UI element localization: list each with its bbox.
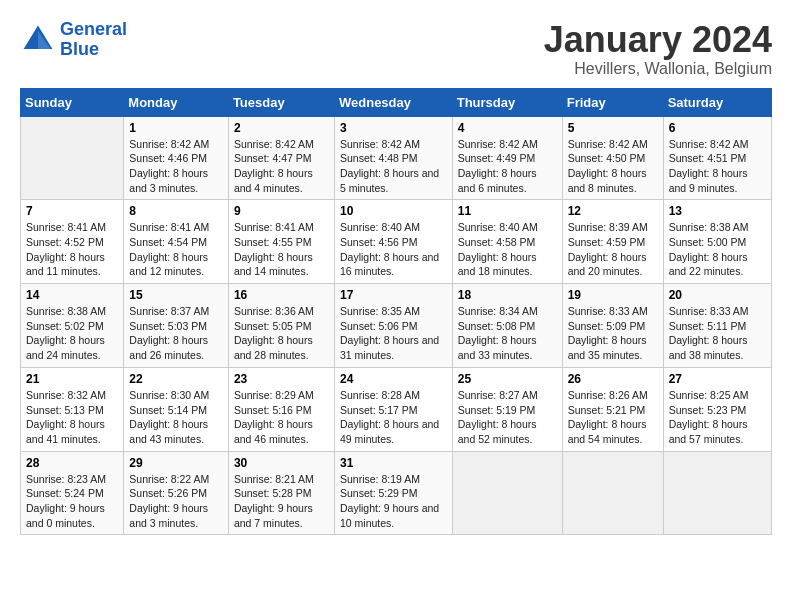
day-info: Sunrise: 8:34 AMSunset: 5:08 PMDaylight:…: [458, 304, 557, 363]
day-info: Sunrise: 8:35 AMSunset: 5:06 PMDaylight:…: [340, 304, 447, 363]
day-info: Sunrise: 8:25 AMSunset: 5:23 PMDaylight:…: [669, 388, 766, 447]
calendar-cell: 26Sunrise: 8:26 AMSunset: 5:21 PMDayligh…: [562, 367, 663, 451]
day-info: Sunrise: 8:41 AMSunset: 4:52 PMDaylight:…: [26, 220, 118, 279]
calendar-week-row: 1Sunrise: 8:42 AMSunset: 4:46 PMDaylight…: [21, 116, 772, 200]
calendar-cell: 23Sunrise: 8:29 AMSunset: 5:16 PMDayligh…: [228, 367, 334, 451]
calendar-cell: 22Sunrise: 8:30 AMSunset: 5:14 PMDayligh…: [124, 367, 229, 451]
weekday-header: Wednesday: [334, 88, 452, 116]
day-number: 11: [458, 204, 557, 218]
calendar-table: SundayMondayTuesdayWednesdayThursdayFrid…: [20, 88, 772, 536]
calendar-cell: 27Sunrise: 8:25 AMSunset: 5:23 PMDayligh…: [663, 367, 771, 451]
calendar-cell: 18Sunrise: 8:34 AMSunset: 5:08 PMDayligh…: [452, 284, 562, 368]
day-number: 26: [568, 372, 658, 386]
day-number: 3: [340, 121, 447, 135]
calendar-cell: [663, 451, 771, 535]
calendar-cell: 8Sunrise: 8:41 AMSunset: 4:54 PMDaylight…: [124, 200, 229, 284]
day-number: 18: [458, 288, 557, 302]
calendar-cell: 3Sunrise: 8:42 AMSunset: 4:48 PMDaylight…: [334, 116, 452, 200]
calendar-cell: [452, 451, 562, 535]
svg-marker-1: [38, 31, 51, 49]
calendar-cell: 31Sunrise: 8:19 AMSunset: 5:29 PMDayligh…: [334, 451, 452, 535]
calendar-cell: 14Sunrise: 8:38 AMSunset: 5:02 PMDayligh…: [21, 284, 124, 368]
day-number: 2: [234, 121, 329, 135]
day-info: Sunrise: 8:30 AMSunset: 5:14 PMDaylight:…: [129, 388, 223, 447]
calendar-cell: 13Sunrise: 8:38 AMSunset: 5:00 PMDayligh…: [663, 200, 771, 284]
logo: General Blue: [20, 20, 127, 60]
day-number: 12: [568, 204, 658, 218]
day-info: Sunrise: 8:39 AMSunset: 4:59 PMDaylight:…: [568, 220, 658, 279]
calendar-cell: 2Sunrise: 8:42 AMSunset: 4:47 PMDaylight…: [228, 116, 334, 200]
calendar-cell: 1Sunrise: 8:42 AMSunset: 4:46 PMDaylight…: [124, 116, 229, 200]
calendar-cell: 19Sunrise: 8:33 AMSunset: 5:09 PMDayligh…: [562, 284, 663, 368]
day-info: Sunrise: 8:42 AMSunset: 4:49 PMDaylight:…: [458, 137, 557, 196]
logo-icon: [20, 22, 56, 58]
calendar-cell: 25Sunrise: 8:27 AMSunset: 5:19 PMDayligh…: [452, 367, 562, 451]
weekday-header: Sunday: [21, 88, 124, 116]
calendar-cell: 12Sunrise: 8:39 AMSunset: 4:59 PMDayligh…: [562, 200, 663, 284]
calendar-week-row: 21Sunrise: 8:32 AMSunset: 5:13 PMDayligh…: [21, 367, 772, 451]
day-info: Sunrise: 8:28 AMSunset: 5:17 PMDaylight:…: [340, 388, 447, 447]
weekday-header: Friday: [562, 88, 663, 116]
weekday-header: Thursday: [452, 88, 562, 116]
day-number: 20: [669, 288, 766, 302]
location-subtitle: Hevillers, Wallonia, Belgium: [544, 60, 772, 78]
calendar-cell: 28Sunrise: 8:23 AMSunset: 5:24 PMDayligh…: [21, 451, 124, 535]
day-number: 14: [26, 288, 118, 302]
day-info: Sunrise: 8:40 AMSunset: 4:58 PMDaylight:…: [458, 220, 557, 279]
day-info: Sunrise: 8:33 AMSunset: 5:11 PMDaylight:…: [669, 304, 766, 363]
day-info: Sunrise: 8:42 AMSunset: 4:46 PMDaylight:…: [129, 137, 223, 196]
day-number: 9: [234, 204, 329, 218]
logo-line2: Blue: [60, 39, 99, 59]
weekday-header: Saturday: [663, 88, 771, 116]
calendar-week-row: 28Sunrise: 8:23 AMSunset: 5:24 PMDayligh…: [21, 451, 772, 535]
calendar-cell: 17Sunrise: 8:35 AMSunset: 5:06 PMDayligh…: [334, 284, 452, 368]
day-number: 28: [26, 456, 118, 470]
calendar-cell: 20Sunrise: 8:33 AMSunset: 5:11 PMDayligh…: [663, 284, 771, 368]
calendar-cell: 16Sunrise: 8:36 AMSunset: 5:05 PMDayligh…: [228, 284, 334, 368]
day-number: 17: [340, 288, 447, 302]
day-info: Sunrise: 8:36 AMSunset: 5:05 PMDaylight:…: [234, 304, 329, 363]
day-number: 13: [669, 204, 766, 218]
day-number: 6: [669, 121, 766, 135]
day-info: Sunrise: 8:37 AMSunset: 5:03 PMDaylight:…: [129, 304, 223, 363]
day-info: Sunrise: 8:40 AMSunset: 4:56 PMDaylight:…: [340, 220, 447, 279]
calendar-cell: 29Sunrise: 8:22 AMSunset: 5:26 PMDayligh…: [124, 451, 229, 535]
day-number: 29: [129, 456, 223, 470]
calendar-cell: 7Sunrise: 8:41 AMSunset: 4:52 PMDaylight…: [21, 200, 124, 284]
day-number: 15: [129, 288, 223, 302]
weekday-header: Tuesday: [228, 88, 334, 116]
day-info: Sunrise: 8:22 AMSunset: 5:26 PMDaylight:…: [129, 472, 223, 531]
logo-line1: General: [60, 19, 127, 39]
calendar-cell: [21, 116, 124, 200]
calendar-cell: 10Sunrise: 8:40 AMSunset: 4:56 PMDayligh…: [334, 200, 452, 284]
weekday-header: Monday: [124, 88, 229, 116]
calendar-cell: 21Sunrise: 8:32 AMSunset: 5:13 PMDayligh…: [21, 367, 124, 451]
day-number: 30: [234, 456, 329, 470]
day-number: 1: [129, 121, 223, 135]
month-title: January 2024: [544, 20, 772, 60]
calendar-cell: 9Sunrise: 8:41 AMSunset: 4:55 PMDaylight…: [228, 200, 334, 284]
day-info: Sunrise: 8:26 AMSunset: 5:21 PMDaylight:…: [568, 388, 658, 447]
calendar-cell: 6Sunrise: 8:42 AMSunset: 4:51 PMDaylight…: [663, 116, 771, 200]
calendar-cell: 24Sunrise: 8:28 AMSunset: 5:17 PMDayligh…: [334, 367, 452, 451]
day-info: Sunrise: 8:42 AMSunset: 4:47 PMDaylight:…: [234, 137, 329, 196]
day-number: 22: [129, 372, 223, 386]
day-info: Sunrise: 8:41 AMSunset: 4:54 PMDaylight:…: [129, 220, 223, 279]
day-info: Sunrise: 8:19 AMSunset: 5:29 PMDaylight:…: [340, 472, 447, 531]
page-header: General Blue January 2024 Hevillers, Wal…: [20, 20, 772, 78]
calendar-cell: 30Sunrise: 8:21 AMSunset: 5:28 PMDayligh…: [228, 451, 334, 535]
day-number: 4: [458, 121, 557, 135]
day-info: Sunrise: 8:38 AMSunset: 5:02 PMDaylight:…: [26, 304, 118, 363]
calendar-cell: 15Sunrise: 8:37 AMSunset: 5:03 PMDayligh…: [124, 284, 229, 368]
day-info: Sunrise: 8:38 AMSunset: 5:00 PMDaylight:…: [669, 220, 766, 279]
day-number: 7: [26, 204, 118, 218]
day-number: 24: [340, 372, 447, 386]
title-block: January 2024 Hevillers, Wallonia, Belgiu…: [544, 20, 772, 78]
day-number: 19: [568, 288, 658, 302]
day-number: 8: [129, 204, 223, 218]
calendar-week-row: 14Sunrise: 8:38 AMSunset: 5:02 PMDayligh…: [21, 284, 772, 368]
calendar-cell: [562, 451, 663, 535]
day-info: Sunrise: 8:32 AMSunset: 5:13 PMDaylight:…: [26, 388, 118, 447]
day-number: 23: [234, 372, 329, 386]
day-info: Sunrise: 8:42 AMSunset: 4:48 PMDaylight:…: [340, 137, 447, 196]
